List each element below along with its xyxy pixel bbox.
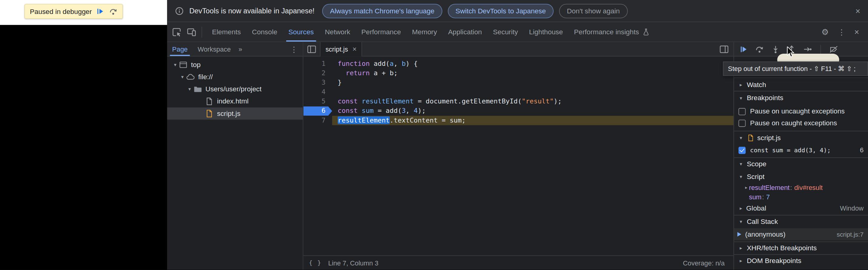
current-frame-arrow-icon bbox=[737, 232, 741, 237]
selected-token: resultElement bbox=[338, 116, 390, 124]
code-text: function add(a, b) { bbox=[332, 59, 734, 68]
line-number[interactable]: 2 bbox=[304, 68, 332, 78]
breakpoint-marker[interactable]: 6 bbox=[304, 107, 332, 116]
tab-console[interactable]: Console bbox=[247, 22, 283, 41]
file-icon bbox=[205, 97, 214, 106]
scope-var-resultelement[interactable]: ▸ resultElement: div#result bbox=[734, 183, 868, 192]
tab-network[interactable]: Network bbox=[319, 22, 355, 41]
toggle-debugger-sidebar-icon[interactable] bbox=[719, 44, 729, 54]
frame-icon bbox=[179, 60, 188, 69]
code-line-3[interactable]: 3} bbox=[304, 78, 734, 87]
tree-item-top[interactable]: ▾top bbox=[167, 59, 303, 71]
line-number[interactable]: 7 bbox=[304, 116, 332, 125]
chevron-down-icon[interactable]: ▾ bbox=[186, 86, 193, 92]
code-line-2[interactable]: 2 return a + b; bbox=[304, 68, 734, 78]
tab-application[interactable]: Application bbox=[443, 22, 488, 41]
more-options-icon[interactable]: ⋮ bbox=[833, 28, 850, 36]
more-tabs-chevron-icon[interactable]: » bbox=[236, 45, 245, 53]
tab-memory[interactable]: Memory bbox=[407, 22, 443, 41]
tab-label: Console bbox=[252, 28, 277, 36]
tab-elements[interactable]: Elements bbox=[207, 22, 247, 41]
tree-item-index-html[interactable]: index.html bbox=[167, 95, 303, 108]
editor-tab-close-icon[interactable]: × bbox=[352, 46, 356, 53]
editor-pane: script.js × 1function add(a, b) {2 retur… bbox=[304, 42, 734, 270]
tab-lighthouse[interactable]: Lighthouse bbox=[524, 22, 568, 41]
step-into-icon[interactable] bbox=[771, 44, 780, 53]
pause-caught-row[interactable]: Pause on caught exceptions bbox=[734, 117, 868, 129]
line-number[interactable]: 4 bbox=[304, 87, 332, 97]
section-scope[interactable]: ▾ Scope bbox=[734, 157, 868, 170]
pause-caught-checkbox[interactable] bbox=[739, 119, 746, 126]
chevron-right-icon: ▸ bbox=[738, 245, 744, 250]
editor-tabbar: script.js × bbox=[304, 42, 734, 56]
code-line-4[interactable]: 4 bbox=[304, 87, 734, 97]
toolbar-right-icons: ⚙ ⋮ × bbox=[817, 28, 868, 36]
tree-item-file-[interactable]: ▾file:// bbox=[167, 71, 303, 83]
pause-uncaught-row[interactable]: Pause on uncaught exceptions bbox=[734, 105, 868, 117]
tab-sources[interactable]: Sources bbox=[283, 22, 319, 41]
tree-item-users-user-project[interactable]: ▾Users/user/project bbox=[167, 83, 303, 95]
tab-label: Lighthouse bbox=[529, 28, 563, 36]
always-match-language-button[interactable]: Always match Chrome's language bbox=[322, 4, 442, 18]
switch-devtools-japanese-button[interactable]: Switch DevTools to Japanese bbox=[448, 4, 554, 18]
tree-item-label: script.js bbox=[217, 110, 241, 118]
tab-page[interactable]: Page bbox=[167, 42, 192, 56]
code-line-7[interactable]: 7resultElement.textContent = sum; bbox=[304, 116, 734, 125]
line-number[interactable]: 5 bbox=[304, 97, 332, 107]
scope-var-sum[interactable]: sum: 7 bbox=[734, 192, 868, 202]
infobar-close-icon[interactable]: × bbox=[855, 7, 860, 15]
step-over-icon[interactable] bbox=[109, 7, 117, 16]
chevron-down-icon[interactable]: ▾ bbox=[179, 74, 186, 80]
code-line-1[interactable]: 1function add(a, b) { bbox=[304, 59, 734, 68]
coverage-label: Coverage: n/a bbox=[683, 259, 724, 267]
resume-icon[interactable] bbox=[739, 44, 748, 53]
inspect-element-icon[interactable] bbox=[171, 26, 182, 38]
settings-gear-icon[interactable]: ⚙ bbox=[817, 28, 833, 36]
step-over-icon[interactable] bbox=[755, 44, 764, 53]
resume-icon[interactable] bbox=[96, 7, 104, 16]
breakpoint-file-group[interactable]: ▾ script.js bbox=[734, 131, 868, 144]
device-toolbar-icon[interactable] bbox=[186, 26, 197, 38]
code-line-6[interactable]: 6const sum = add(3, 4); bbox=[304, 107, 734, 116]
section-breakpoints[interactable]: ▾ Breakpoints bbox=[734, 91, 868, 104]
watch-label: Watch bbox=[747, 81, 766, 89]
section-call-stack[interactable]: ▾ Call Stack bbox=[734, 215, 868, 227]
tab-label: Network bbox=[325, 28, 350, 36]
pretty-print-icon[interactable]: { } bbox=[309, 260, 322, 267]
tab-security[interactable]: Security bbox=[488, 22, 524, 41]
code-lines[interactable]: 1function add(a, b) {2 return a + b;3}45… bbox=[304, 56, 734, 256]
chevron-down-icon[interactable]: ▾ bbox=[172, 62, 179, 68]
line-number[interactable]: 1 bbox=[304, 59, 332, 68]
tab-performance[interactable]: Performance bbox=[355, 22, 406, 41]
breakpoints-label: Breakpoints bbox=[747, 94, 783, 102]
section-watch[interactable]: ▸ Watch bbox=[734, 78, 868, 91]
code-text: } bbox=[332, 78, 734, 87]
line-number[interactable]: 3 bbox=[304, 78, 332, 87]
dont-show-again-button[interactable]: Don't show again bbox=[559, 4, 627, 18]
breakpoint-entry-row[interactable]: const sum = add(3, 4); 6 bbox=[734, 144, 868, 156]
breakpoint-entry-checkbox[interactable] bbox=[739, 147, 746, 154]
call-stack-frame[interactable]: (anonymous) script.js:7 bbox=[734, 228, 868, 240]
scope-global-section[interactable]: ▸ Global Window bbox=[734, 203, 868, 214]
toolbar-divider bbox=[202, 26, 202, 38]
code-token: ); bbox=[418, 107, 426, 115]
toggle-navigator-icon[interactable] bbox=[307, 44, 317, 54]
editor-tab-script-js[interactable]: script.js × bbox=[320, 42, 362, 56]
chevron-down-icon: ▾ bbox=[738, 218, 744, 224]
code-token: "result" bbox=[522, 97, 554, 105]
section-xhr-breakpoints[interactable]: ▸ XHR/fetch Breakpoints bbox=[734, 241, 868, 253]
pause-uncaught-checkbox[interactable] bbox=[739, 108, 746, 115]
screenshot-root: Paused in debugger DevTools is now avail… bbox=[0, 0, 868, 270]
deactivate-breakpoints-icon[interactable] bbox=[829, 44, 838, 53]
tree-item-label: index.html bbox=[217, 97, 249, 105]
scope-script-section[interactable]: ▾ Script bbox=[734, 171, 868, 183]
section-dom-breakpoints[interactable]: ▸ DOM Breakpoints bbox=[734, 254, 868, 266]
devtools-close-icon[interactable]: × bbox=[850, 28, 864, 36]
step-icon[interactable] bbox=[803, 44, 812, 53]
tab-performance-insights[interactable]: Performance insights bbox=[568, 22, 655, 41]
tab-workspace[interactable]: Workspace bbox=[192, 42, 236, 56]
tree-item-script-js[interactable]: script.js bbox=[167, 108, 303, 120]
code-line-5[interactable]: 5const resultElement = document.getEleme… bbox=[304, 97, 734, 107]
mouse-cursor bbox=[787, 47, 795, 58]
navigator-kebab-icon[interactable]: ⋮ bbox=[290, 44, 303, 53]
